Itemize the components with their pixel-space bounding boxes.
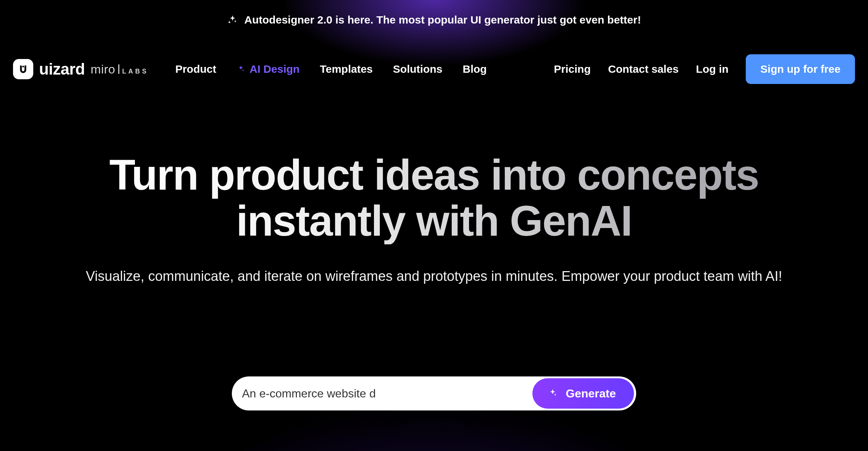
nav-link-pricing[interactable]: Pricing [554,63,591,75]
navbar: uizard miro LABS Product AI Design Templ… [0,54,868,84]
miro-labs-badge: miro LABS [91,62,149,76]
hero-subtext: Visualize, communicate, and iterate on w… [80,266,788,287]
nav-label: AI Design [250,63,299,75]
nav-label: Templates [320,63,373,75]
miro-text: miro [91,62,115,76]
nav-label: Solutions [393,63,443,75]
nav-right: Pricing Contact sales Log in Sign up for… [554,54,855,84]
signup-button[interactable]: Sign up for free [746,54,855,84]
sparkle-icon [548,388,558,399]
hero-headline: Turn product ideas into concepts instant… [80,152,788,244]
labs-text: LABS [122,68,149,75]
uizard-logo-icon [13,59,33,79]
nav-item-product[interactable]: Product [175,63,216,75]
sparkle-icon [237,65,245,73]
prompt-bar: Generate [232,376,636,410]
generate-button[interactable]: Generate [532,378,634,409]
nav-item-blog[interactable]: Blog [463,63,487,75]
nav-label: Blog [463,63,487,75]
nav-item-templates[interactable]: Templates [320,63,373,75]
announcement-text: Autodesigner 2.0 is here. The most popul… [244,14,641,26]
divider-icon [118,64,119,74]
sparkle-icon [227,14,238,25]
svg-point-0 [22,66,24,68]
nav-link-contact-sales[interactable]: Contact sales [608,63,678,75]
nav-link-login[interactable]: Log in [696,63,728,75]
nav-left: Product AI Design Templates Solutions Bl… [175,63,487,75]
nav-label: Product [175,63,216,75]
nav-item-ai-design[interactable]: AI Design [237,63,299,75]
logo-group[interactable]: uizard miro LABS [13,59,149,79]
generate-label: Generate [566,387,616,400]
prompt-input[interactable] [242,387,532,400]
brand-name: uizard [39,60,85,78]
hero-section: Turn product ideas into concepts instant… [0,152,868,287]
announcement-bar[interactable]: Autodesigner 2.0 is here. The most popul… [0,0,868,26]
nav-item-solutions[interactable]: Solutions [393,63,443,75]
